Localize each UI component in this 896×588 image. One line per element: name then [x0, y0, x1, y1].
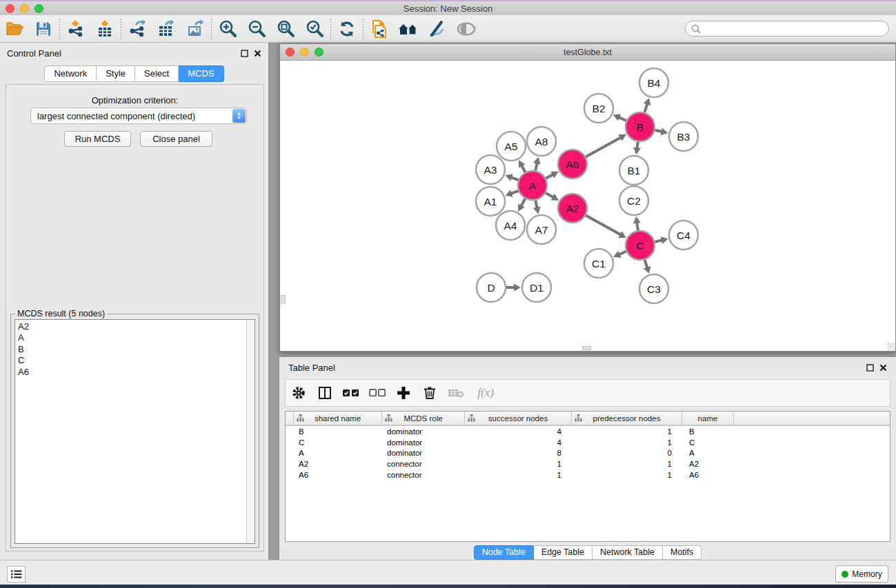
table-body: Bdominator41BCdominator41CAdominator80AA…	[286, 426, 890, 480]
search-field[interactable]	[685, 21, 889, 37]
h-scrollbar-thumb[interactable]	[582, 346, 591, 350]
close-window-button[interactable]	[6, 4, 14, 13]
mcds-result-list[interactable]: A2ABCA6	[14, 319, 255, 544]
result-list-item[interactable]: A6	[18, 367, 255, 378]
table-cell: A2	[294, 458, 382, 469]
zoom-out-icon[interactable]	[242, 17, 271, 41]
tab-network[interactable]: Network	[44, 65, 97, 82]
graph-edge-A6-B[interactable]	[586, 137, 621, 156]
edge-arrowhead	[644, 98, 650, 105]
table-row[interactable]: A2connector11A2	[286, 458, 890, 469]
column-header-name[interactable]: name	[682, 412, 734, 425]
search-icon	[690, 23, 701, 34]
column-header-shared-name[interactable]: shared name	[294, 412, 382, 425]
network-zoom-button[interactable]	[315, 48, 323, 57]
table-tabs: Node TableEdge TableNetwork TableMotifs	[279, 545, 896, 560]
zoom-in-icon[interactable]	[213, 17, 242, 41]
graph-node-label: D	[487, 282, 495, 294]
show-column-panel-icon[interactable]	[312, 381, 338, 405]
create-column-icon[interactable]	[390, 381, 417, 405]
result-list-item[interactable]: A	[18, 332, 255, 343]
network-window-titlebar[interactable]: testGlobe.txt	[280, 44, 895, 61]
deselect-all-icon[interactable]	[364, 381, 390, 405]
edge-arrowhead	[661, 128, 668, 135]
result-scrollbar[interactable]	[246, 320, 255, 543]
minimize-window-button[interactable]	[20, 4, 29, 13]
export-image-icon[interactable]	[181, 17, 210, 41]
graph-edge-B-B4[interactable]	[645, 103, 648, 112]
table-cell: B	[682, 426, 734, 437]
table-options-icon[interactable]	[286, 381, 312, 405]
graph-node-label: A2	[566, 203, 579, 214]
clone-network-icon[interactable]	[365, 17, 394, 41]
table-cell: C	[682, 437, 734, 448]
table-row[interactable]: Cdominator41C	[286, 437, 890, 448]
zoom-window-button[interactable]	[34, 4, 43, 13]
tab-edge-table[interactable]: Edge Table	[534, 545, 593, 560]
refresh-network-icon[interactable]	[332, 17, 361, 41]
close-panel-icon[interactable]	[254, 50, 261, 57]
desktop-background-strip	[0, 585, 896, 588]
v-scrollbar-thumb[interactable]	[281, 295, 286, 304]
open-file-icon[interactable]	[0, 17, 29, 41]
column-header-MCDS-role[interactable]: MCDS role	[382, 412, 465, 425]
tab-node-table[interactable]: Node Table	[474, 545, 534, 560]
network-close-button[interactable]	[286, 48, 295, 57]
tab-select[interactable]: Select	[135, 65, 179, 82]
memory-label: Memory	[852, 569, 882, 579]
table-cell: C	[294, 437, 382, 448]
table-row[interactable]: A6connector11A6	[286, 469, 890, 480]
task-history-button[interactable]	[7, 566, 26, 582]
show-graphics-details-icon[interactable]	[423, 17, 452, 41]
graph-edge-A2-C[interactable]	[586, 216, 621, 235]
table-panel: Table Panel f(x) shared n	[279, 357, 896, 560]
resize-grip-icon[interactable]	[887, 343, 895, 350]
delete-column-icon[interactable]	[417, 381, 443, 405]
table-toolbar: f(x)	[285, 379, 890, 407]
graph-node-label: C4	[677, 230, 690, 241]
result-list-item[interactable]: C	[18, 355, 255, 366]
export-table-icon[interactable]	[152, 17, 181, 41]
column-header-successor-nodes[interactable]: successor nodes	[465, 412, 572, 425]
edge-arrowhead	[661, 236, 668, 244]
table-row[interactable]: Adominator80A	[286, 448, 890, 459]
tab-style[interactable]: Style	[97, 65, 135, 82]
close-table-panel-icon[interactable]	[879, 364, 887, 372]
zoom-selected-icon[interactable]	[300, 17, 329, 41]
zoom-fit-icon[interactable]	[271, 17, 300, 41]
import-table-icon[interactable]	[90, 17, 119, 41]
tab-network-table[interactable]: Network Table	[593, 545, 663, 560]
table-row[interactable]: Bdominator41B	[286, 426, 890, 437]
search-input[interactable]	[685, 21, 889, 37]
edge-arrowhead	[633, 216, 641, 224]
memory-button[interactable]: Memory	[835, 565, 888, 582]
result-list-item[interactable]: A2	[18, 321, 255, 332]
apply-layout-icon[interactable]	[394, 17, 423, 41]
network-graph[interactable]: B4B2BB3A8A5A6A3B1AA1C2A2A4A7C4CC1DD1C3	[280, 61, 895, 351]
tab-mcds[interactable]: MCDS	[179, 65, 223, 82]
close-panel-button[interactable]: Close panel	[140, 131, 212, 147]
graph-node-label: A1	[484, 196, 497, 207]
select-all-icon[interactable]	[338, 381, 364, 405]
table-cell: B	[294, 426, 382, 437]
import-network-icon[interactable]	[61, 17, 90, 41]
graph-node-label: A8	[535, 136, 548, 148]
float-panel-icon[interactable]	[241, 50, 248, 57]
tab-motifs[interactable]: Motifs	[663, 545, 701, 560]
main-toolbar	[0, 15, 896, 43]
app-titlebar: Session: New Session	[0, 0, 896, 15]
graph-edge-A-A2[interactable]	[546, 193, 554, 198]
hide-graphics-details-icon[interactable]	[452, 17, 481, 41]
column-header-predecessor-nodes[interactable]: predecessor nodes	[572, 412, 682, 425]
float-table-panel-icon[interactable]	[866, 364, 874, 372]
export-network-icon[interactable]	[123, 17, 152, 41]
network-minimize-button[interactable]	[300, 48, 309, 57]
network-canvas[interactable]: B4B2BB3A8A5A6A3B1AA1C2A2A4A7C4CC1DD1C3	[280, 61, 895, 351]
column-header-empty	[734, 412, 890, 425]
optimization-criterion-select[interactable]: largest connected component (directed) ▲…	[30, 108, 247, 124]
result-list-item[interactable]: B	[18, 344, 255, 355]
save-session-icon[interactable]	[29, 17, 58, 41]
graph-node-label: A7	[535, 224, 548, 236]
run-mcds-button[interactable]: Run MCDS	[64, 131, 131, 147]
delete-table-icon	[443, 381, 469, 405]
